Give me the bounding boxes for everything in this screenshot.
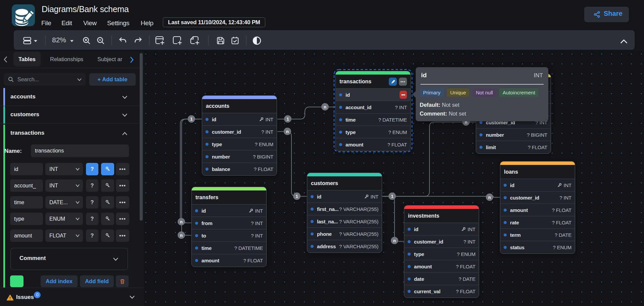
svg-text:1: 1 [286, 117, 289, 122]
svg-text:n: n [286, 129, 289, 134]
svg-text:1: 1 [295, 194, 298, 199]
svg-text:n: n [180, 219, 183, 224]
svg-text:n: n [488, 195, 491, 200]
svg-text:n: n [180, 233, 183, 238]
svg-text:n: n [393, 238, 396, 243]
svg-text:n: n [324, 104, 326, 110]
svg-text:1: 1 [190, 117, 192, 122]
svg-text:1: 1 [391, 194, 393, 199]
